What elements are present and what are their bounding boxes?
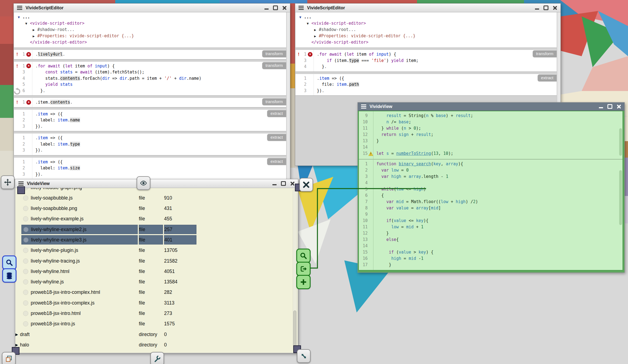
titlebar[interactable]: VivideScriptEditor [14, 4, 290, 12]
file-row[interactable]: lively-soapbubble.pngfile431 [15, 203, 298, 214]
script-step[interactable]: 1.item => ({2 label: item.size3}).extrac… [14, 157, 286, 180]
file-row[interactable]: lively-whyline.jsfile13584 [15, 277, 298, 287]
menu-icon[interactable] [17, 6, 22, 10]
file-row[interactable]: lively-module-graph.pngfile [15, 188, 298, 193]
loopback-icon[interactable] [14, 87, 21, 95]
dom-tree-line[interactable]: </vivide-script-editor> [295, 39, 557, 45]
move-button[interactable] [1, 175, 15, 189]
expand-icon[interactable]: ▶ [314, 33, 319, 39]
script-step[interactable]: 1.item => ({2 label: item.type3}).extrac… [14, 133, 286, 155]
dom-tree-line[interactable]: ▼<vivide-script-editor> [295, 20, 557, 27]
export-button[interactable] [296, 262, 311, 276]
file-row[interactable]: lively-soapbubble.jsfile910 [15, 193, 298, 203]
dom-tree-line[interactable]: ▼... [14, 14, 286, 20]
search-button[interactable] [2, 255, 16, 270]
code-section[interactable]: 1function binary_search(key, array){2 va… [359, 160, 623, 271]
resize-grip[interactable] [17, 186, 25, 194]
script-step[interactable]: !1×.item.contents.transform [14, 98, 286, 107]
file-row[interactable]: lively-whyline-example3.jsfile401 [15, 235, 298, 245]
file-row[interactable]: proweb18-jsx-intro.htmlfile273 [15, 308, 298, 319]
dom-tree-line[interactable]: ▶#shadow-root... [295, 27, 557, 33]
code-token: = [401, 256, 409, 261]
file-row[interactable]: ▶draftdirectory0 [15, 329, 298, 340]
file-row[interactable]: lively-whyline-example2.jsfile257 [15, 224, 298, 235]
file-row[interactable]: lively-whyline-tracing.jsfile21582 [15, 256, 298, 266]
collapse-icon[interactable]: ▼ [18, 14, 22, 20]
file-row[interactable]: lively-whyline-plugin.jsfile13705 [15, 245, 298, 256]
expand-icon[interactable]: ▶ [15, 343, 18, 347]
dom-tree[interactable]: ▼...▼<vivide-script-editor>▶#shadow-root… [295, 12, 557, 48]
file-row[interactable]: proweb18-jsx-intro-complex.jsfile3113 [15, 298, 298, 308]
close-icon[interactable] [553, 6, 557, 10]
expand-icon[interactable]: ▶ [15, 332, 18, 337]
dom-tree-line[interactable]: ▶#Properties: vivide-script-editor {...} [295, 33, 557, 39]
expand-icon[interactable]: ▶ [314, 27, 319, 33]
script-step[interactable]: !1×.for await (let item of input) {3 if … [295, 50, 557, 72]
copy-button[interactable] [2, 352, 16, 364]
titlebar[interactable]: VivideScriptEditor [295, 4, 561, 12]
dom-tree-line[interactable]: ▶#shadow-root... [14, 27, 286, 33]
minimize-icon[interactable] [535, 8, 539, 10]
maximize-icon[interactable] [273, 5, 278, 10]
dom-tree-line[interactable]: ▼... [295, 14, 557, 20]
script-step[interactable]: 1.item => ({2 label: item.name3}).extrac… [14, 109, 286, 132]
expand-icon[interactable]: ▶ [33, 27, 37, 33]
code-token: key [416, 218, 424, 223]
dom-tree-line[interactable]: ▶#Properties: vivide-script-editor {...} [14, 33, 286, 39]
collapse-icon[interactable]: ▼ [25, 21, 30, 27]
dom-tree-line[interactable]: ▼<vivide-script-editor> [14, 20, 286, 27]
file-row[interactable]: proweb18-jsx-intro.jsfile1575 [15, 319, 298, 329]
close-halo-button[interactable] [299, 178, 313, 192]
titlebar[interactable]: VivideView [15, 179, 298, 188]
minimize-icon[interactable] [599, 107, 603, 108]
eye-button[interactable] [137, 176, 150, 190]
expand-icon[interactable]: ▶ [33, 33, 37, 39]
database-button[interactable] [2, 268, 16, 283]
add-button[interactable] [296, 275, 311, 289]
file-row[interactable]: proweb18-jsx-intro-complex.htmlfile282 [15, 287, 298, 298]
scrollbar[interactable] [286, 12, 290, 180]
minimize-icon[interactable] [264, 8, 269, 10]
dom-tree[interactable]: ▼...▼<vivide-script-editor>▶#shadow-root… [14, 12, 286, 48]
code-token: } [376, 138, 379, 143]
window-vivide-view-code[interactable]: VivideView 9 result = String(n % base) +… [357, 102, 625, 273]
window-vivide-script-editor-left[interactable]: VivideScriptEditor ▼...▼<vivide-script-e… [13, 3, 290, 180]
file-row[interactable]: lively-whyline.htmlfile4051 [15, 266, 298, 277]
close-icon[interactable] [617, 104, 621, 109]
titlebar[interactable]: VivideView [358, 103, 624, 111]
menu-icon[interactable] [361, 104, 366, 109]
menu-icon[interactable] [298, 6, 304, 10]
script-step[interactable]: !1×.for await (let item of input) {3 con… [14, 61, 286, 96]
code-section[interactable]: 9 result = String(n % base) + result;10 … [359, 111, 623, 160]
file-row[interactable]: lively-whyline-example.jsfile455 [15, 214, 298, 224]
maximize-icon[interactable] [543, 5, 548, 10]
minimize-icon[interactable] [272, 184, 277, 185]
code-text: function binary_search(key, array){ [373, 161, 463, 167]
script-step[interactable]: 1.item => ({2 file: item.path3}).extract [295, 74, 557, 96]
scrollbar-thumb[interactable] [619, 128, 622, 156]
script-step[interactable]: !1×.lively4url.transform [14, 50, 286, 59]
line-number: 4 [359, 180, 368, 186]
code-line: !1×.for await (let item of input) { [14, 63, 286, 69]
line-number: 9 [359, 211, 368, 218]
scrollbar-thumb[interactable] [619, 170, 622, 225]
resize-button[interactable] [297, 349, 311, 363]
script-editor-body[interactable]: ▼...▼<vivide-script-editor>▶#shadow-root… [14, 12, 290, 180]
code-token: 1 [446, 174, 448, 179]
collapse-icon[interactable]: ▼ [307, 21, 311, 27]
maximize-icon[interactable] [281, 181, 286, 186]
wrench-button[interactable] [150, 352, 164, 364]
file-row[interactable]: ▶halodirectory0 [15, 340, 298, 350]
close-icon[interactable] [282, 6, 287, 10]
window-vivide-view-files[interactable]: VivideView lively-module-graph.pngfileli… [15, 179, 298, 353]
maximize-icon[interactable] [607, 104, 612, 109]
code-view-body[interactable]: 9 result = String(n % base) + result;10 … [358, 111, 623, 271]
close-icon[interactable] [290, 181, 295, 186]
gutter: 16 [359, 255, 373, 262]
dom-tree-line[interactable]: </vivide-script-editor> [14, 39, 286, 45]
scrollbar-thumb[interactable] [293, 311, 296, 347]
file-list[interactable]: lively-module-graph.pngfilelively-soapbu… [15, 188, 298, 353]
menu-icon[interactable] [18, 181, 24, 186]
collapse-icon[interactable]: ▼ [299, 14, 304, 20]
search-button-green[interactable] [296, 249, 311, 263]
